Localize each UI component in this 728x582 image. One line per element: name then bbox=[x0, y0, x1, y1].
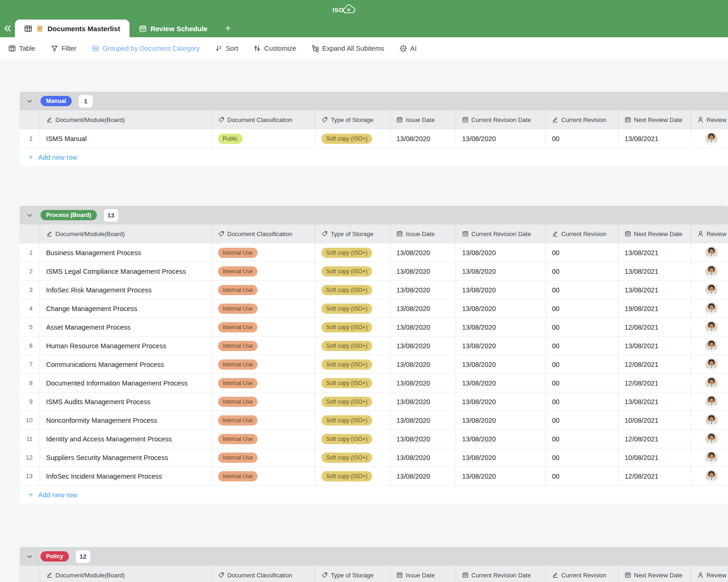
cell-next-review-date[interactable]: 12/08/2021 bbox=[619, 467, 691, 485]
cell-issue-date[interactable]: 13/08/2020 bbox=[390, 337, 456, 355]
column-header-num[interactable] bbox=[20, 224, 40, 243]
column-header-storage[interactable]: Type of Storage bbox=[315, 110, 390, 129]
cell-current-revision-date[interactable]: 13/08/2020 bbox=[456, 467, 546, 485]
cell-issue-date[interactable]: 13/08/2020 bbox=[390, 318, 456, 336]
cell-storage[interactable]: Soft copy (ISO+) bbox=[315, 318, 390, 336]
cell-classification[interactable]: Internal Use bbox=[212, 467, 315, 485]
toolbar-table[interactable]: Table bbox=[8, 45, 35, 52]
cell-next-review-date[interactable]: 10/08/2021 bbox=[619, 411, 691, 429]
cell-document-name[interactable]: ISMS Manual bbox=[40, 129, 212, 148]
column-header-reviewer[interactable]: Review bbox=[691, 566, 728, 582]
cell-issue-date[interactable]: 13/08/2020 bbox=[390, 448, 456, 467]
cell-document-name[interactable]: Business Management Process bbox=[40, 244, 212, 262]
cell-current-revision[interactable]: 00 bbox=[546, 299, 619, 318]
column-header-storage[interactable]: Type of Storage bbox=[315, 566, 390, 582]
cell-issue-date[interactable]: 13/08/2020 bbox=[390, 393, 456, 411]
column-header-current_revision[interactable]: Current Revision bbox=[546, 224, 619, 243]
cell-document-name[interactable]: InfoSec Risk Management Process bbox=[40, 281, 212, 299]
cell-classification[interactable]: Internal Use bbox=[212, 244, 315, 262]
tab-review-schedule[interactable]: Review Schedule bbox=[129, 20, 217, 37]
cell-document-name[interactable]: InfoSec Incident Management Process bbox=[40, 467, 212, 485]
cell-classification[interactable]: Internal Use bbox=[212, 411, 315, 429]
cell-storage[interactable]: Soft copy (ISO+) bbox=[315, 129, 390, 148]
cell-document-name[interactable]: Human Resource Management Process bbox=[40, 337, 212, 355]
cell-classification[interactable]: Internal Use bbox=[212, 318, 315, 336]
cell-classification[interactable]: Internal Use bbox=[212, 374, 315, 392]
cell-current-revision[interactable]: 00 bbox=[546, 244, 619, 262]
cell-reviewer[interactable] bbox=[691, 281, 728, 299]
cell-current-revision-date[interactable]: 13/08/2020 bbox=[456, 244, 546, 262]
cell-current-revision-date[interactable]: 13/08/2020 bbox=[456, 129, 546, 148]
cell-current-revision-date[interactable]: 13/08/2020 bbox=[456, 393, 546, 411]
toolbar-expand-all-subitems[interactable]: Expand All Subitems bbox=[312, 45, 384, 52]
cell-current-revision[interactable]: 00 bbox=[546, 374, 619, 392]
column-header-classification[interactable]: Document Classification bbox=[212, 110, 315, 129]
column-header-num[interactable] bbox=[20, 566, 40, 582]
cell-storage[interactable]: Soft copy (ISO+) bbox=[315, 430, 390, 448]
toolbar-filter[interactable]: Filter bbox=[51, 45, 76, 52]
cell-current-revision[interactable]: 00 bbox=[546, 393, 619, 411]
cell-reviewer[interactable] bbox=[691, 430, 728, 448]
add-tab-button[interactable]: + bbox=[225, 23, 231, 34]
column-header-num[interactable] bbox=[20, 110, 40, 129]
column-header-storage[interactable]: Type of Storage bbox=[315, 224, 390, 243]
column-header-next_review_date[interactable]: Next Review Date bbox=[619, 110, 691, 129]
cell-current-revision-date[interactable]: 13/08/2020 bbox=[456, 262, 546, 280]
cell-classification[interactable]: Internal Use bbox=[212, 448, 315, 467]
cell-current-revision[interactable]: 00 bbox=[546, 262, 619, 280]
cell-storage[interactable]: Soft copy (ISO+) bbox=[315, 299, 390, 318]
toolbar-sort[interactable]: Sort bbox=[215, 45, 238, 52]
cell-current-revision-date[interactable]: 13/08/2020 bbox=[456, 355, 546, 373]
cell-reviewer[interactable] bbox=[691, 467, 728, 485]
cell-current-revision-date[interactable]: 13/08/2020 bbox=[456, 318, 546, 336]
cell-current-revision-date[interactable]: 13/08/2020 bbox=[456, 430, 546, 448]
chevron-down-icon[interactable] bbox=[26, 97, 34, 105]
column-header-name[interactable]: Document/Module(Board) bbox=[40, 224, 212, 243]
cell-reviewer[interactable] bbox=[691, 393, 728, 411]
cell-document-name[interactable]: Nonconformity Management Process bbox=[40, 411, 212, 429]
cell-current-revision[interactable]: 00 bbox=[546, 430, 619, 448]
cell-classification[interactable]: Public bbox=[212, 129, 315, 148]
group-category-pill[interactable]: Policy bbox=[41, 551, 69, 562]
group-category-pill[interactable]: Manual bbox=[41, 96, 72, 107]
cell-current-revision[interactable]: 00 bbox=[546, 411, 619, 429]
cell-reviewer[interactable] bbox=[691, 244, 728, 262]
cell-issue-date[interactable]: 13/08/2020 bbox=[390, 281, 456, 299]
cell-current-revision[interactable]: 00 bbox=[546, 355, 619, 373]
cell-issue-date[interactable]: 13/08/2020 bbox=[390, 430, 456, 448]
cell-reviewer[interactable] bbox=[691, 374, 728, 392]
column-header-reviewer[interactable]: Review bbox=[691, 224, 728, 243]
cell-current-revision[interactable]: 00 bbox=[546, 281, 619, 299]
cell-reviewer[interactable] bbox=[691, 318, 728, 336]
cell-issue-date[interactable]: 13/08/2020 bbox=[390, 467, 456, 485]
cell-reviewer[interactable] bbox=[691, 129, 728, 148]
toolbar-customize[interactable]: Customize bbox=[253, 45, 296, 52]
cell-storage[interactable]: Soft copy (ISO+) bbox=[315, 393, 390, 411]
column-header-issue_date[interactable]: Issue Date bbox=[390, 110, 456, 129]
cell-current-revision[interactable]: 00 bbox=[546, 467, 619, 485]
column-header-issue_date[interactable]: Issue Date bbox=[390, 566, 456, 582]
cell-current-revision[interactable]: 00 bbox=[546, 129, 619, 148]
cell-current-revision-date[interactable]: 13/08/2020 bbox=[456, 281, 546, 299]
cell-document-name[interactable]: Documented Information Management Proces… bbox=[40, 374, 212, 392]
cell-issue-date[interactable]: 13/08/2020 bbox=[390, 262, 456, 280]
cell-reviewer[interactable] bbox=[691, 355, 728, 373]
cell-storage[interactable]: Soft copy (ISO+) bbox=[315, 244, 390, 262]
cell-document-name[interactable]: ISMS Legal Compliance Management Process bbox=[40, 262, 212, 280]
column-header-reviewer[interactable]: Review bbox=[691, 110, 728, 129]
cell-classification[interactable]: Internal Use bbox=[212, 299, 315, 318]
cell-classification[interactable]: Internal Use bbox=[212, 393, 315, 411]
toolbar-grouped-by-document-category[interactable]: Grouped by Document Category bbox=[92, 45, 200, 52]
column-header-next_review_date[interactable]: Next Review Date bbox=[619, 566, 691, 582]
cell-current-revision-date[interactable]: 13/08/2020 bbox=[456, 299, 546, 318]
cell-reviewer[interactable] bbox=[691, 337, 728, 355]
cell-reviewer[interactable] bbox=[691, 262, 728, 280]
column-header-classification[interactable]: Document Classification bbox=[212, 566, 315, 582]
collapse-panel-icon[interactable] bbox=[0, 20, 14, 37]
cell-classification[interactable]: Internal Use bbox=[212, 430, 315, 448]
cell-issue-date[interactable]: 13/08/2020 bbox=[390, 411, 456, 429]
column-header-name[interactable]: Document/Module(Board) bbox=[40, 110, 212, 129]
cell-current-revision[interactable]: 00 bbox=[546, 337, 619, 355]
column-header-name[interactable]: Document/Module(Board) bbox=[40, 566, 212, 582]
cell-document-name[interactable]: ISMS Audits Management Process bbox=[40, 393, 212, 411]
